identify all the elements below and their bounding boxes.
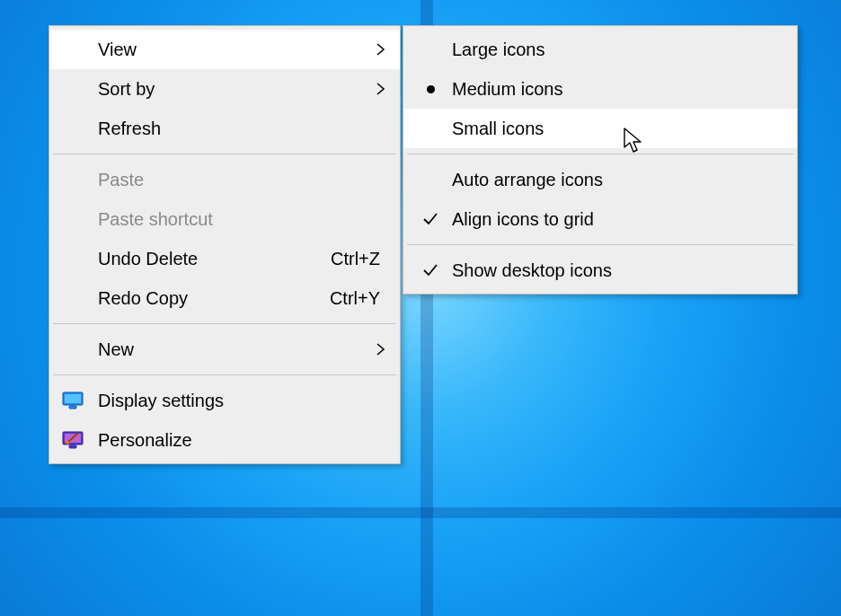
submenu-item-show-desktop-icons[interactable]: Show desktop icons [403,251,797,290]
menu-item-label: Large icons [452,40,777,60]
menu-separator [53,374,396,375]
menu-item-label: Show desktop icons [452,260,777,281]
menu-item-label: View [98,40,380,60]
menu-item-label: Paste shortcut [98,209,380,230]
menu-item-paste: Paste [49,160,400,199]
chevron-right-icon [375,83,387,95]
checkmark-icon [421,261,439,279]
menu-item-label: Medium icons [452,79,777,100]
desktop[interactable]: View Sort by Refresh Paste Paste shortcu… [0,0,841,616]
wallpaper-pane-horizontal [0,507,841,518]
menu-separator [407,244,793,245]
menu-item-label: New [98,339,380,360]
radio-selected-icon [421,80,439,98]
menu-item-label: Sort by [98,79,380,100]
menu-item-redo-copy[interactable]: Redo Copy Ctrl+Y [49,278,400,318]
menu-item-paste-shortcut: Paste shortcut [49,199,400,239]
display-settings-icon [62,391,84,410]
menu-item-label: Paste [98,170,380,190]
menu-item-label: Align icons to grid [452,209,777,230]
menu-item-new[interactable]: New [49,330,400,369]
menu-separator [53,323,396,324]
menu-item-display-settings[interactable]: Display settings [49,381,400,420]
svg-point-6 [66,441,69,444]
desktop-context-menu: View Sort by Refresh Paste Paste shortcu… [49,25,401,464]
chevron-right-icon [375,43,387,56]
svg-rect-5 [69,445,76,448]
menu-item-undo-delete[interactable]: Undo Delete Ctrl+Z [49,239,400,278]
menu-item-view[interactable]: View [49,30,400,69]
submenu-item-auto-arrange[interactable]: Auto arrange icons [403,160,797,199]
menu-item-label: Undo Delete [98,249,331,269]
menu-item-sort-by[interactable]: Sort by [49,69,400,109]
menu-separator [53,154,396,154]
svg-rect-1 [65,394,81,403]
submenu-item-large-icons[interactable]: Large icons [403,30,797,69]
menu-item-shortcut: Ctrl+Y [330,288,380,309]
checkmark-icon [421,210,439,228]
menu-item-label: Display settings [98,391,380,411]
menu-item-shortcut: Ctrl+Z [331,249,380,269]
menu-item-label: Personalize [98,430,380,451]
menu-item-label: Refresh [98,119,380,139]
view-submenu: Large icons Medium icons Small icons Aut… [403,25,798,295]
personalize-icon [62,430,84,450]
submenu-item-medium-icons[interactable]: Medium icons [403,69,797,109]
submenu-item-align-to-grid[interactable]: Align icons to grid [403,199,797,239]
menu-item-refresh[interactable]: Refresh [49,109,400,148]
svg-rect-2 [69,406,76,409]
menu-item-label: Small icons [452,119,777,139]
chevron-right-icon [375,343,387,356]
menu-separator [407,154,793,154]
submenu-item-small-icons[interactable]: Small icons [403,109,797,148]
menu-item-personalize[interactable]: Personalize [49,420,400,460]
menu-item-label: Redo Copy [98,288,330,309]
menu-item-label: Auto arrange icons [452,170,777,190]
